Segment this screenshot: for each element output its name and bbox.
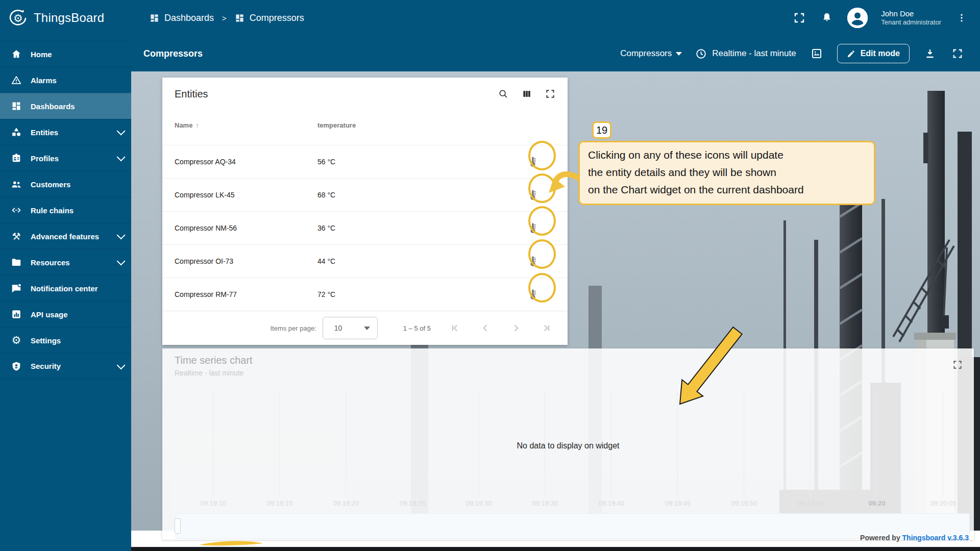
sidebar-item-home[interactable]: Home (0, 41, 131, 67)
rule-chains-icon (10, 204, 22, 216)
api-usage-icon (10, 308, 22, 320)
items-per-page-select[interactable]: 10 (323, 317, 378, 339)
sidebar-item-notification-center[interactable]: Notification center (0, 275, 131, 301)
column-header-name[interactable]: Name (175, 121, 192, 129)
thermometer-action-button[interactable] (523, 218, 543, 238)
sidebar-item-advanced-features[interactable]: ⚒ Advanced features (0, 223, 131, 249)
folder-icon (10, 256, 22, 268)
user-role: Tenant administrator (881, 18, 941, 27)
table-row[interactable]: Compressor LK-45 68 °C (162, 178, 568, 211)
table-row[interactable]: Compressor NM-56 36 °C (162, 211, 568, 244)
bell-icon[interactable] (820, 11, 834, 25)
caret-down-icon (676, 52, 682, 56)
datazoom-left-handle[interactable] (175, 518, 181, 534)
sort-ascending-icon[interactable]: ↑ (195, 121, 199, 129)
x-tick: 09:19:10 (201, 499, 227, 507)
items-per-page-label: Items per page: (270, 324, 316, 332)
thermometer-action-button[interactable] (523, 152, 543, 172)
breadcrumb-dashboards[interactable]: Dashboards (150, 13, 214, 23)
sidebar-menu: Home Alarms Dashboards Entities Profiles (0, 41, 131, 379)
sidebar-item-settings[interactable]: ⚙ Settings (0, 327, 131, 353)
table-row[interactable]: Compressor AQ-34 56 °C (162, 145, 568, 178)
previous-page-button[interactable] (479, 321, 492, 335)
columns-icon[interactable] (520, 87, 534, 101)
user-info[interactable]: John Doe Tenant administrator (881, 9, 941, 27)
dashboard-content: Powered by Thingsboard v.3.6.3 Entities … (131, 71, 980, 551)
sidebar-item-dashboards[interactable]: Dashboards (0, 93, 131, 119)
fullscreen-icon[interactable] (950, 46, 965, 61)
advanced-features-icon: ⚒ (10, 230, 22, 242)
x-tick: 09:20:05 (930, 499, 957, 507)
breadcrumb: Dashboards > Compressors (150, 13, 304, 23)
first-page-button[interactable] (448, 321, 461, 335)
x-tick: 09:19:25 (400, 499, 426, 507)
thermometer-action-button[interactable] (523, 284, 543, 305)
table-row[interactable]: Compressor RM-77 72 °C (162, 278, 568, 311)
sidebar: ⚙ ThingsBoard Home Alarms Dashboards En (0, 0, 131, 551)
timewindow-button[interactable]: Realtime - last minute (695, 48, 796, 60)
sidebar-item-profiles[interactable]: Profiles (0, 145, 131, 171)
top-header: Dashboards > Compressors John Doe Tenant… (131, 0, 980, 36)
thingsboard-logo-icon: ⚙ (7, 6, 30, 30)
entities-icon (10, 126, 22, 138)
chart-datazoom-slider[interactable] (176, 513, 970, 539)
table-row[interactable]: Compressor OI-73 44 °C (162, 244, 568, 278)
column-header-temperature[interactable]: temperature (317, 121, 356, 129)
chart-no-data-message: No data to display on widget (162, 441, 974, 450)
x-tick: 09:19:35 (532, 499, 558, 507)
sidebar-item-alarms[interactable]: Alarms (0, 67, 131, 93)
sidebar-item-entities[interactable]: Entities (0, 119, 131, 145)
gear-icon: ⚙ (10, 334, 22, 346)
fullscreen-icon[interactable] (543, 87, 557, 101)
dashboards-icon (10, 100, 22, 112)
caret-down-icon (364, 327, 370, 330)
thingsboard-app: ⚙ ThingsBoard Home Alarms Dashboards En (0, 0, 980, 551)
table-body: Compressor AQ-34 56 °C Compressor LK-45 … (162, 145, 568, 311)
x-tick: 09:19:40 (599, 499, 625, 507)
alarm-warning-icon (10, 74, 22, 86)
notification-center-icon (10, 282, 22, 294)
download-icon[interactable] (923, 46, 937, 61)
chart-x-axis: 09:19:10 09:19:15 09:19:20 09:19:25 09:1… (162, 499, 974, 509)
sidebar-item-rule-chains[interactable]: Rule chains (0, 197, 131, 223)
fullscreen-icon[interactable] (950, 358, 965, 372)
dashboards-icon (235, 13, 244, 23)
last-page-button[interactable] (540, 321, 553, 335)
entities-widget-title: Entities (175, 88, 496, 100)
search-icon[interactable] (496, 87, 510, 101)
sidebar-item-resources[interactable]: Resources (0, 249, 131, 275)
fullscreen-icon[interactable] (792, 11, 806, 25)
dashboard-state-selector[interactable]: Compressors (620, 48, 682, 59)
sidebar-item-customers[interactable]: Customers (0, 171, 131, 197)
x-tick: 09:19:50 (731, 499, 757, 507)
table-pagination: Items per page: 10 1 – 5 of 5 (162, 311, 568, 345)
logo-row[interactable]: ⚙ ThingsBoard (0, 0, 131, 36)
thermometer-action-button[interactable] (523, 185, 543, 205)
chart-title: Time series chart (175, 355, 253, 366)
sidebar-item-api-usage[interactable]: API usage (0, 301, 131, 327)
dashboard-title: Compressors (143, 48, 203, 59)
x-tick: 09:19:45 (665, 499, 691, 507)
dashboards-icon (150, 13, 159, 23)
clock-icon (695, 48, 707, 60)
breadcrumb-compressors[interactable]: Compressors (235, 13, 304, 23)
user-name: John Doe (881, 9, 941, 19)
pagination-range: 1 – 5 of 5 (403, 324, 431, 332)
x-tick: 09:19:30 (466, 499, 492, 507)
time-series-chart-widget: Time series chart Realtime - last minute… (162, 348, 974, 540)
chevron-down-icon (117, 361, 126, 369)
dashboard-image-icon[interactable] (810, 46, 824, 61)
edit-mode-button[interactable]: Edit mode (837, 44, 910, 63)
chevron-down-icon (117, 153, 126, 161)
thermometer-action-button[interactable] (523, 251, 543, 271)
powered-by-footer: Powered by Thingsboard v.3.6.3 (860, 534, 969, 542)
brand-name: ThingsBoard (34, 11, 104, 25)
customers-icon (10, 178, 22, 190)
kebab-menu-icon[interactable] (954, 11, 969, 25)
thingsboard-version-link[interactable]: Thingsboard v.3.6.3 (902, 534, 969, 542)
chart-subtitle: Realtime - last minute (175, 369, 243, 377)
sidebar-item-security[interactable]: Security (0, 353, 131, 379)
next-page-button[interactable] (509, 321, 523, 335)
x-tick: 09:19:55 (798, 499, 824, 507)
avatar[interactable] (847, 8, 868, 28)
